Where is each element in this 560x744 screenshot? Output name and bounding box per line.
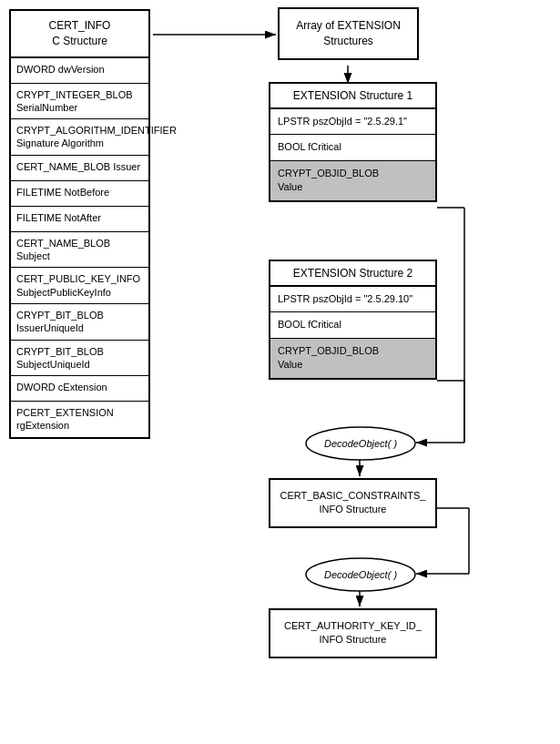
array-box-line1: Array of EXTENSION — [285, 18, 412, 34]
basic-constraints-line1: CERT_BASIC_CONSTRAINTS_ — [276, 489, 430, 503]
ext1-field3-line2: Value — [278, 180, 428, 194]
authority-key-line1: CERT_AUTHORITY_KEY_ID_ — [276, 619, 430, 633]
decode-object-2: DecodeObject( ) — [305, 557, 416, 595]
decode-object-1: DecodeObject( ) — [305, 426, 416, 464]
ext2-field3-line2: Value — [278, 358, 428, 372]
diagram: CERT_INFO C Structure DWORD dwVersion CR… — [0, 0, 560, 744]
cert-basic-constraints-box: CERT_BASIC_CONSTRAINTS_ INFO Structure — [269, 478, 437, 528]
ext2-field3-line1: CRYPT_OBJID_BLOB — [278, 344, 428, 358]
extension-structure-2-box: EXTENSION Structure 2 LPSTR pszObjId = "… — [269, 260, 437, 380]
field-subject-public-key: CERT_PUBLIC_KEY_INFO SubjectPublicKeyInf… — [11, 268, 148, 304]
cert-info-title: CERT_INFO — [15, 18, 145, 34]
ext2-field2: BOOL fCritical — [270, 312, 435, 338]
cert-info-subtitle: C Structure — [15, 34, 145, 49]
cert-info-header: CERT_INFO C Structure — [11, 11, 148, 58]
field-subject: CERT_NAME_BLOB Subject — [11, 232, 148, 269]
field-issuer: CERT_NAME_BLOB Issuer — [11, 156, 148, 181]
svg-text:DecodeObject( ): DecodeObject( ) — [324, 438, 397, 449]
decode1-svg: DecodeObject( ) — [305, 426, 416, 461]
field-dword-dwversion: DWORD dwVersion — [11, 58, 148, 84]
field-signature-alg: CRYPT_ALGORITHM_IDENTIFIER Signature Alg… — [11, 119, 148, 156]
decode2-svg: DecodeObject( ) — [305, 557, 416, 592]
field-c-extension: DWORD cExtension — [11, 376, 148, 402]
array-box: Array of EXTENSION Structures — [278, 7, 419, 60]
ext2-field1: LPSTR pszObjId = "2.5.29.10" — [270, 287, 435, 312]
field-not-after: FILETIME NotAfter — [11, 207, 148, 232]
cert-info-box: CERT_INFO C Structure DWORD dwVersion CR… — [9, 9, 150, 439]
field-issuer-unique-id: CRYPT_BIT_BLOB IssuerUniqueId — [11, 304, 148, 341]
field-serial-number: CRYPT_INTEGER_BLOB SerialNumber — [11, 84, 148, 120]
ext1-header: EXTENSION Structure 1 — [270, 84, 435, 109]
field-subject-unique-id: CRYPT_BIT_BLOB SubjectUniqueId — [11, 341, 148, 377]
ext1-field2: BOOL fCritical — [270, 135, 435, 160]
array-box-line2: Structures — [285, 34, 412, 49]
ext1-field3: CRYPT_OBJID_BLOB Value — [270, 161, 435, 200]
extension-structure-1-box: EXTENSION Structure 1 LPSTR pszObjId = "… — [269, 82, 437, 202]
ext2-header: EXTENSION Structure 2 — [270, 261, 435, 287]
ext1-field1: LPSTR pszObjId = "2.5.29.1" — [270, 109, 435, 135]
field-not-before: FILETIME NotBefore — [11, 181, 148, 207]
cert-info-fields: DWORD dwVersion CRYPT_INTEGER_BLOB Seria… — [11, 58, 148, 437]
field-rg-extension: PCERT_EXTENSION rgExtension — [11, 402, 148, 437]
svg-text:DecodeObject( ): DecodeObject( ) — [324, 569, 397, 580]
authority-key-line2: INFO Structure — [276, 633, 430, 647]
ext2-field3: CRYPT_OBJID_BLOB Value — [270, 339, 435, 378]
cert-authority-key-id-box: CERT_AUTHORITY_KEY_ID_ INFO Structure — [269, 608, 437, 658]
basic-constraints-line2: INFO Structure — [276, 503, 430, 516]
ext1-field3-line1: CRYPT_OBJID_BLOB — [278, 167, 428, 180]
